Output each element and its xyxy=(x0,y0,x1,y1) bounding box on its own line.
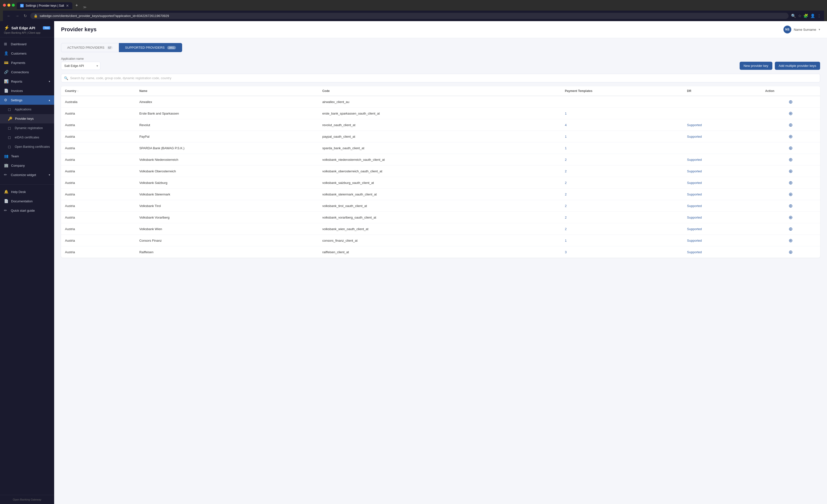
address-bar[interactable]: 🔒 saltedge.com/clients/client_provider_k… xyxy=(30,13,789,19)
supported-badge-7[interactable]: Supported xyxy=(687,181,702,185)
add-action-btn-1[interactable]: ⊕ xyxy=(765,110,816,116)
supported-badge-5[interactable]: Supported xyxy=(687,158,702,162)
payment-link-12[interactable]: 1 xyxy=(565,239,567,242)
supported-badge-8[interactable]: Supported xyxy=(687,192,702,196)
add-action-btn-4[interactable]: ⊕ xyxy=(765,145,816,151)
add-action-btn-12[interactable]: ⊕ xyxy=(765,237,816,243)
cell-action-6[interactable]: ⊕ xyxy=(761,165,820,177)
refresh-button[interactable]: ↻ xyxy=(22,12,28,19)
cell-action-2[interactable]: ⊕ xyxy=(761,119,820,131)
cell-dr-10[interactable]: Supported xyxy=(683,212,761,223)
cell-action-9[interactable]: ⊕ xyxy=(761,200,820,212)
cell-dr-7[interactable]: Supported xyxy=(683,177,761,188)
cell-payment-4[interactable]: 1 xyxy=(561,143,683,154)
cell-payment-1[interactable]: 1 xyxy=(561,108,683,119)
profile-button[interactable]: 👤 xyxy=(810,13,815,18)
cell-payment-6[interactable]: 2 xyxy=(561,165,683,177)
cell-dr-2[interactable]: Supported xyxy=(683,119,761,131)
back-button[interactable]: ← xyxy=(6,13,12,19)
payment-link-5[interactable]: 2 xyxy=(565,158,567,162)
cell-payment-8[interactable]: 2 xyxy=(561,188,683,200)
cell-action-5[interactable]: ⊕ xyxy=(761,154,820,165)
cell-dr-11[interactable]: Supported xyxy=(683,223,761,235)
sidebar-item-helpdesk[interactable]: 🔔 Help Desk xyxy=(0,187,54,197)
sidebar-item-open-banking-certs[interactable]: ◻ Open Banking certificates xyxy=(0,142,54,152)
cell-action-12[interactable]: ⊕ xyxy=(761,235,820,246)
cell-action-7[interactable]: ⊕ xyxy=(761,177,820,188)
cell-action-11[interactable]: ⊕ xyxy=(761,223,820,235)
supported-badge-10[interactable]: Supported xyxy=(687,216,702,219)
cell-dr-9[interactable]: Supported xyxy=(683,200,761,212)
tab-supported-providers[interactable]: SUPPORTED PROVIDERS 2851 xyxy=(119,43,182,52)
payment-link-8[interactable]: 2 xyxy=(565,192,567,196)
payment-link-2[interactable]: 4 xyxy=(565,123,567,127)
payment-link-13[interactable]: 3 xyxy=(565,250,567,254)
sidebar-item-eidas[interactable]: ◻ eIDAS certificates xyxy=(0,133,54,142)
cell-payment-11[interactable]: 2 xyxy=(561,223,683,235)
cell-action-4[interactable]: ⊕ xyxy=(761,143,820,154)
cell-dr-5[interactable]: Supported xyxy=(683,154,761,165)
new-provider-key-button[interactable]: New provider key xyxy=(740,62,772,70)
payment-link-3[interactable]: 1 xyxy=(565,135,567,138)
cell-dr-12[interactable]: Supported xyxy=(683,235,761,246)
bookmark-button[interactable]: ☆ xyxy=(798,13,801,18)
cell-action-8[interactable]: ⊕ xyxy=(761,188,820,200)
add-action-btn-13[interactable]: ⊕ xyxy=(765,249,816,255)
add-action-btn-2[interactable]: ⊕ xyxy=(765,122,816,128)
supported-badge-9[interactable]: Supported xyxy=(687,204,702,208)
search-button[interactable]: 🔍 xyxy=(791,13,796,18)
cell-payment-9[interactable]: 2 xyxy=(561,200,683,212)
cell-payment-3[interactable]: 1 xyxy=(561,131,683,143)
supported-badge-6[interactable]: Supported xyxy=(687,169,702,173)
payment-link-7[interactable]: 2 xyxy=(565,181,567,185)
payment-link-1[interactable]: 1 xyxy=(565,112,567,115)
extensions-button[interactable]: 🧩 xyxy=(804,13,808,18)
add-action-btn-8[interactable]: ⊕ xyxy=(765,191,816,197)
sidebar-item-quickstart[interactable]: ✏ Quick start guide xyxy=(0,206,54,215)
cell-payment-7[interactable]: 2 xyxy=(561,177,683,188)
add-action-btn-5[interactable]: ⊕ xyxy=(765,157,816,163)
supported-badge-3[interactable]: Supported xyxy=(687,135,702,138)
cell-payment-12[interactable]: 1 xyxy=(561,235,683,246)
supported-badge-13[interactable]: Supported xyxy=(687,250,702,254)
payment-link-9[interactable]: 2 xyxy=(565,204,567,208)
cell-action-3[interactable]: ⊕ xyxy=(761,131,820,143)
sidebar-item-dashboard[interactable]: ⊞ Dashboard xyxy=(0,39,54,49)
new-tab-button[interactable]: + xyxy=(74,2,80,9)
maximize-traffic-light[interactable] xyxy=(12,4,15,7)
tab-close-button[interactable]: ✕ xyxy=(66,4,69,8)
add-action-btn-10[interactable]: ⊕ xyxy=(765,214,816,220)
user-dropdown-icon[interactable]: ▾ xyxy=(819,28,820,31)
add-action-btn-0[interactable]: ⊕ xyxy=(765,99,816,105)
cell-action-0[interactable]: ⊕ xyxy=(761,96,820,108)
cell-payment-13[interactable]: 3 xyxy=(561,246,683,258)
sidebar-item-applications[interactable]: ◻ Applications xyxy=(0,105,54,114)
payment-link-11[interactable]: 2 xyxy=(565,227,567,231)
cell-dr-8[interactable]: Supported xyxy=(683,188,761,200)
search-input[interactable] xyxy=(61,74,820,82)
tab-activated-providers[interactable]: ACTIVATED PROVIDERS 57 xyxy=(61,43,119,52)
add-action-btn-11[interactable]: ⊕ xyxy=(765,226,816,232)
payment-link-6[interactable]: 2 xyxy=(565,169,567,173)
cell-payment-10[interactable]: 2 xyxy=(561,212,683,223)
add-multiple-provider-keys-button[interactable]: Add multiple provider keys xyxy=(775,62,820,70)
sidebar-item-connections[interactable]: 🔗 Connections xyxy=(0,67,54,77)
active-browser-tab[interactable]: S Settings | Provider keys | Salt ✕ xyxy=(17,2,72,9)
payment-link-10[interactable]: 2 xyxy=(565,216,567,219)
payment-link-4[interactable]: 1 xyxy=(565,146,567,150)
cell-dr-6[interactable]: Supported xyxy=(683,165,761,177)
sidebar-item-customize-widget[interactable]: ✏ Customize widget ▾ xyxy=(0,170,54,179)
supported-badge-11[interactable]: Supported xyxy=(687,227,702,231)
sidebar-item-team[interactable]: 👥 Team xyxy=(0,152,54,161)
col-country[interactable]: Country ↑ xyxy=(61,86,135,96)
cell-payment-2[interactable]: 4 xyxy=(561,119,683,131)
forward-button[interactable]: → xyxy=(14,13,20,19)
sidebar-item-documentation[interactable]: 📄 Documentation xyxy=(0,197,54,206)
cell-action-13[interactable]: ⊕ xyxy=(761,246,820,258)
supported-badge-12[interactable]: Supported xyxy=(687,239,702,242)
add-action-btn-6[interactable]: ⊕ xyxy=(765,168,816,174)
menu-button[interactable]: ⋮ xyxy=(817,13,821,18)
sidebar-item-customers[interactable]: 👤 Customers xyxy=(0,49,54,58)
sidebar-item-reports[interactable]: 📊 Reports ▾ xyxy=(0,77,54,86)
add-action-btn-3[interactable]: ⊕ xyxy=(765,133,816,139)
